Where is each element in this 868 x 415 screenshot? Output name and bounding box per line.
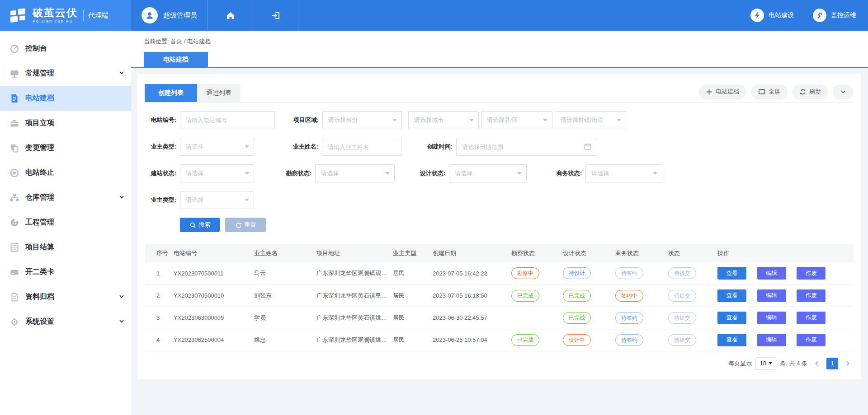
cell-no: 2 bbox=[145, 284, 172, 307]
city-placeholder: 请选择城市 bbox=[414, 116, 469, 124]
status-badge: 待提交 bbox=[668, 312, 696, 324]
town-select[interactable]: 请选择村镇/街道 bbox=[555, 111, 626, 129]
total-count-text: 条, 共 4 条 bbox=[780, 359, 807, 368]
logo-section: 破茧云伏 Po Jian Yun Fu 代理端 bbox=[0, 0, 131, 31]
table-row: 2 YX2023070500010 刘强东 广东深圳龙华区黄石镇星官大... 居… bbox=[145, 284, 854, 307]
owner-type2-select[interactable]: 请选择 bbox=[180, 191, 254, 209]
status-badge: 待提交 bbox=[668, 267, 696, 279]
void-button[interactable]: 作废 bbox=[797, 312, 826, 324]
sidebar-item-general-mgmt[interactable]: 常规管理 bbox=[0, 61, 131, 86]
fullscreen-button[interactable]: 全屏 bbox=[751, 84, 788, 99]
county-select[interactable]: 请选择县/区 bbox=[481, 111, 552, 129]
cell-survey-empty bbox=[509, 307, 561, 329]
caret-down-icon bbox=[245, 172, 249, 175]
void-button[interactable]: 作废 bbox=[797, 267, 826, 280]
create-station-button[interactable]: 电站建档 bbox=[698, 84, 746, 99]
sidebar-item-change-mgmt[interactable]: 变更管理 bbox=[0, 135, 131, 160]
sidebar-item-data-archive[interactable]: 资料归档 bbox=[0, 284, 131, 309]
avatar bbox=[142, 7, 158, 23]
edit-button[interactable]: 编辑 bbox=[757, 289, 786, 302]
user-menu[interactable]: 超级管理员 bbox=[131, 0, 208, 31]
business-status-badge: 签约中 bbox=[615, 290, 643, 302]
survey-status-placeholder: 请选择 bbox=[321, 169, 385, 177]
create-time-label: 创建时间: bbox=[421, 143, 453, 151]
owner-name-input[interactable] bbox=[322, 138, 401, 156]
sidebar-item-open-class2-card[interactable]: 开二类卡 bbox=[0, 260, 131, 284]
monitor-icon bbox=[9, 68, 20, 79]
view-button[interactable]: 查看 bbox=[717, 312, 746, 324]
caret-down-icon bbox=[392, 119, 397, 121]
owner-type2-label: 业主类型: bbox=[145, 196, 176, 204]
breadcrumb: 当前位置: 首页 / 电站建档 bbox=[131, 31, 868, 52]
design-status-badge: 已完成 bbox=[563, 290, 591, 302]
tab-passed-list[interactable]: 通过列表 bbox=[197, 84, 241, 102]
reset-button[interactable]: 重置 bbox=[225, 218, 266, 232]
next-page-button[interactable] bbox=[842, 358, 854, 369]
view-button[interactable]: 查看 bbox=[717, 289, 746, 302]
void-button[interactable]: 作废 bbox=[797, 289, 826, 302]
page-number-button[interactable]: 1 bbox=[826, 358, 838, 369]
gear-icon bbox=[9, 317, 20, 327]
business-status-badge: 待签约 bbox=[615, 334, 643, 346]
create-time-picker[interactable] bbox=[456, 138, 596, 156]
sidebar-item-system-settings[interactable]: 系统设置 bbox=[0, 309, 131, 334]
lightning-circle bbox=[750, 9, 764, 22]
owner-type-select[interactable]: 请选择 bbox=[180, 138, 254, 156]
sidebar-item-dashboard[interactable]: 控制台 bbox=[0, 36, 131, 61]
cell-address: 广东深圳龙华区黄石镇姚家庄... bbox=[315, 307, 391, 329]
sidebar-item-engineering-mgmt[interactable]: 工程管理 bbox=[0, 210, 131, 235]
view-button[interactable]: 查看 bbox=[717, 267, 746, 280]
design-status-select[interactable]: 请选择 bbox=[449, 164, 527, 182]
sidebar-item-label: 项目立项 bbox=[25, 118, 54, 128]
filter-row-4: 业主类型: 请选择 bbox=[145, 191, 854, 209]
logout-button[interactable] bbox=[253, 0, 298, 31]
station-no-input[interactable] bbox=[180, 111, 275, 129]
create-time-input[interactable] bbox=[456, 138, 596, 156]
nav-monitor-ops[interactable]: 监控运维 bbox=[813, 9, 856, 22]
page-tab-station-archive[interactable]: 电站建档 bbox=[144, 52, 208, 67]
sidebar-item-project-initiation[interactable]: 项目立项 bbox=[0, 111, 131, 135]
filter-row-2: 业主类型: 请选择 业主姓名: 创建时间: bbox=[145, 138, 854, 156]
col-header-station-no: 电站编号 bbox=[172, 244, 252, 262]
sidebar-item-warehouse-mgmt[interactable]: 仓库管理 bbox=[0, 185, 131, 210]
calculator-icon bbox=[9, 242, 20, 253]
chevron-down-icon bbox=[840, 89, 846, 95]
sidebar-item-project-settlement[interactable]: 项目结算 bbox=[0, 235, 131, 260]
main-content: 当前位置: 首页 / 电站建档 电站建档 创建列表 通过列表 电站建档 全屏 bbox=[131, 31, 868, 415]
col-header-business: 商务状态 bbox=[613, 244, 666, 262]
design-status-label: 设计状态: bbox=[414, 169, 445, 177]
collapse-toolbar-button[interactable] bbox=[833, 84, 854, 99]
build-status-select[interactable]: 请选择 bbox=[180, 164, 254, 182]
sidebar-item-station-termination[interactable]: 电站终止 bbox=[0, 160, 131, 185]
design-status-placeholder: 请选择 bbox=[455, 169, 517, 177]
edit-button[interactable]: 编辑 bbox=[757, 334, 786, 346]
void-button[interactable]: 作废 bbox=[797, 334, 826, 346]
business-status-select[interactable]: 请选择 bbox=[585, 164, 662, 182]
caret-down-icon bbox=[385, 172, 390, 175]
cell-type: 居民 bbox=[391, 307, 431, 329]
col-header-owner: 业主姓名 bbox=[252, 244, 315, 262]
home-button[interactable] bbox=[208, 0, 253, 31]
search-button[interactable]: 搜索 bbox=[180, 218, 220, 232]
cell-no: 1 bbox=[145, 262, 172, 284]
survey-status-select[interactable]: 请选择 bbox=[315, 164, 395, 182]
cell-created: 2023-07-05 16:42:22 bbox=[431, 262, 509, 284]
col-header-actions: 操作 bbox=[716, 244, 854, 262]
caret-down-icon bbox=[469, 119, 474, 121]
list-card: 创建列表 通过列表 电站建档 全屏 bbox=[137, 74, 861, 379]
view-button[interactable]: 查看 bbox=[717, 334, 746, 346]
filter-row-1: 电站编号: 项目区域: 请选择省份 请选择城市 请选择县/区 请选择村镇/街道 bbox=[145, 111, 854, 129]
edit-button[interactable]: 编辑 bbox=[757, 267, 786, 280]
province-select[interactable]: 请选择省份 bbox=[322, 111, 402, 129]
tab-create-list[interactable]: 创建列表 bbox=[145, 84, 197, 102]
nav-station-build[interactable]: 电站建设 bbox=[750, 9, 794, 22]
plus-icon bbox=[706, 89, 712, 95]
refresh-button[interactable]: 刷新 bbox=[792, 84, 828, 99]
prev-page-button[interactable] bbox=[811, 358, 823, 369]
sidebar-item-station-archive[interactable]: 电站建档 bbox=[0, 86, 131, 111]
region-label: 项目区域: bbox=[287, 116, 319, 124]
table-row: 3 YX2023063000009 学员 广东深圳龙华区黄石镇姚家庄... 居民… bbox=[145, 307, 854, 329]
edit-button[interactable]: 编辑 bbox=[757, 312, 786, 324]
city-select[interactable]: 请选择城市 bbox=[408, 111, 479, 129]
per-page-select[interactable]: 10 bbox=[755, 357, 776, 370]
